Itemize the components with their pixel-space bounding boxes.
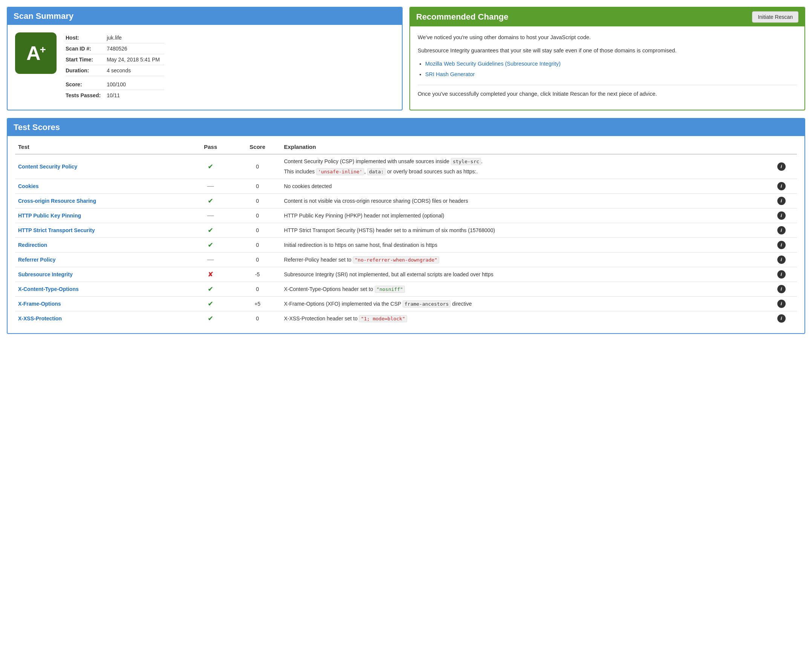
col-header-test: Test [15,140,187,154]
info-icon[interactable]: i [777,256,786,264]
table-row: Tests Passed: 10/11 [66,90,164,101]
info-icon[interactable]: i [777,226,786,234]
explanation-cell: X-XSS-Protection header set to "1; mode=… [281,311,766,326]
table-row: HTTP Public Key Pinning — 0 HTTP Public … [15,208,797,223]
score-value: 0 [234,179,281,193]
test-link-csp[interactable]: Content Security Policy [18,164,77,170]
test-link-xcto[interactable]: X-Content-Type-Options [18,286,79,292]
info-cell: i [766,154,797,179]
test-table: Test Pass Score Explanation Content Secu… [15,140,797,326]
explanation-text: HTTP Public Key Pinning (HPKP) header no… [284,213,444,219]
info-icon[interactable]: i [777,197,786,205]
grade-plus: + [40,44,45,55]
field-label: Tests Passed: [66,90,107,101]
explanation-cell: HTTP Strict Transport Security (HSTS) he… [281,223,766,237]
explanation-text: Referrer-Policy header set to "no-referr… [284,257,439,263]
field-label: Scan ID #: [66,43,107,54]
test-name: HTTP Strict Transport Security [15,223,187,237]
info-cell: i [766,296,797,311]
test-name: Redirection [15,237,187,252]
info-cell: i [766,193,797,208]
score-value: 0 [234,252,281,267]
explanation-cell: Initial redirection is to https on same … [281,237,766,252]
field-value: 10/11 [107,90,164,101]
info-icon[interactable]: i [777,314,786,323]
grade-letter: A+ [26,42,45,64]
info-cell: i [766,267,797,282]
field-value: 7480526 [107,43,164,54]
test-name: Cookies [15,179,187,193]
table-row: X-Content-Type-Options ✔ 0 X-Content-Typ… [15,282,797,296]
mozilla-guidelines-link[interactable]: Mozilla Web Security Guidelines (Subreso… [425,61,561,67]
test-link-sri[interactable]: Subresource Integrity [18,271,73,277]
field-value: 100/100 [107,79,164,90]
pass-indicator: ✔ [187,237,234,252]
initiate-rescan-button[interactable]: Initiate Rescan [752,11,798,23]
score-value: 0 [234,237,281,252]
check-icon: ✔ [208,300,213,308]
explanation-cell: Subresource Integrity (SRI) not implemen… [281,267,766,282]
top-section: Scan Summary A+ Host: juk.life Scan ID #… [7,7,805,110]
test-link-xfo[interactable]: X-Frame-Options [18,301,61,307]
explanation-text: X-Content-Type-Options header set to "no… [284,286,405,292]
explanation-cell: HTTP Public Key Pinning (HPKP) header no… [281,208,766,223]
check-icon: ✔ [208,227,213,234]
info-icon[interactable]: i [777,300,786,308]
scan-summary-body: A+ Host: juk.life Scan ID #: 7480526 [8,25,402,108]
field-value: May 24, 2018 5:41 PM [107,54,164,65]
explanation-text: X-Frame-Options (XFO) implemented via th… [284,301,472,307]
test-link-hpkp[interactable]: HTTP Public Key Pinning [18,213,81,219]
score-value: 0 [234,193,281,208]
score-value: 0 [234,282,281,296]
explanation-text: No cookies detected [284,183,332,189]
table-row: Start Time: May 24, 2018 5:41 PM [66,54,164,65]
explanation-cell: No cookies detected [281,179,766,193]
test-link-referrer[interactable]: Referrer Policy [18,257,56,263]
table-row: Redirection ✔ 0 Initial redirection is t… [15,237,797,252]
explanation-text: Initial redirection is to https on same … [284,242,437,248]
info-cell: i [766,179,797,193]
info-icon[interactable]: i [777,241,786,249]
test-link-xxss[interactable]: X-XSS-Protection [18,315,62,321]
test-name: Cross-origin Resource Sharing [15,193,187,208]
info-icon[interactable]: i [777,285,786,293]
recommended-change-panel: Recommended Change Initiate Rescan We've… [409,7,805,110]
scan-summary-title: Scan Summary [14,11,74,21]
check-icon: ✔ [208,315,213,322]
divider [418,85,797,85]
explanation-text: Subresource Integrity (SRI) not implemen… [284,271,493,277]
recommended-outro: Once you've successfully completed your … [418,90,797,98]
pass-indicator: ✔ [187,296,234,311]
table-row: Subresource Integrity ✘ -5 Subresource I… [15,267,797,282]
test-name: Content Security Policy [15,154,187,179]
info-cell: i [766,223,797,237]
recommended-intro1: We've noticed you're using other domains… [418,33,797,42]
pass-indicator: ✔ [187,223,234,237]
score-value: -5 [234,267,281,282]
recommended-change-body: We've noticed you're using other domains… [410,26,804,110]
check-icon: ✔ [208,285,213,293]
test-link-hsts[interactable]: HTTP Strict Transport Security [18,227,95,233]
scan-details: Host: juk.life Scan ID #: 7480526 Start … [66,32,164,101]
grade-badge: A+ [15,32,57,74]
test-link-cors[interactable]: Cross-origin Resource Sharing [18,198,96,204]
sri-hash-generator-link[interactable]: SRI Hash Generator [425,71,475,77]
info-cell: i [766,208,797,223]
test-link-cookies[interactable]: Cookies [18,183,38,189]
table-row: Duration: 4 seconds [66,65,164,76]
explanation-cell: Content Security Policy (CSP) implemente… [281,154,766,179]
test-scores-panel: Test Scores Test Pass Score Explanation … [7,118,805,334]
recommended-change-title: Recommended Change [416,12,509,22]
test-name: X-XSS-Protection [15,311,187,326]
test-name: Subresource Integrity [15,267,187,282]
info-icon[interactable]: i [777,270,786,279]
test-scores-title: Test Scores [14,122,60,132]
table-row: HTTP Strict Transport Security ✔ 0 HTTP … [15,223,797,237]
field-label: Score: [66,79,107,90]
info-icon[interactable]: i [777,211,786,220]
pass-indicator: ✘ [187,267,234,282]
table-row: Referrer Policy — 0 Referrer-Policy head… [15,252,797,267]
info-icon[interactable]: i [777,162,786,171]
info-icon[interactable]: i [777,182,786,190]
test-link-redirection[interactable]: Redirection [18,242,47,248]
